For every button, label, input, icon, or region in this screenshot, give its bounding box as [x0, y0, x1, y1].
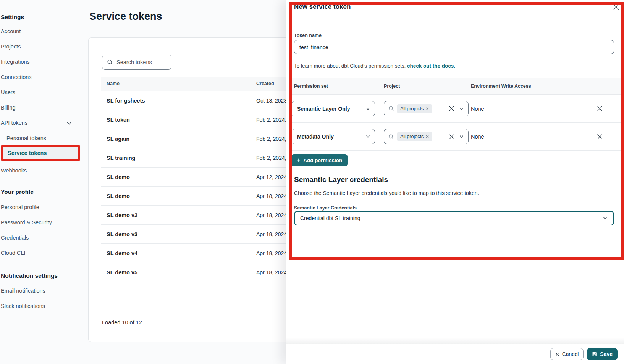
sidebar-heading-your-profile: Your profile [1, 188, 34, 195]
token-name: SL for gsheets [107, 91, 145, 110]
remove-row-icon[interactable] [597, 106, 603, 111]
chip-remove-icon[interactable] [426, 135, 429, 138]
screen: Settings Account Projects Integrations C… [0, 0, 624, 364]
permission-set-select[interactable]: Semantic Layer Only [291, 101, 375, 116]
save-button[interactable]: Save [587, 348, 618, 360]
token-name: SL demo v3 [107, 225, 137, 244]
chip-remove-icon[interactable] [426, 107, 429, 110]
token-name-field[interactable] [294, 40, 614, 54]
permissions-table-header: Permission set Project Environment Write… [289, 78, 621, 95]
chevron-down-icon [366, 135, 370, 138]
cancel-x-icon [555, 352, 559, 356]
chevron-down-icon[interactable] [66, 121, 72, 125]
token-name: SL demo v4 [107, 244, 137, 263]
sidebar-item-personal-profile[interactable]: Personal profile [1, 204, 39, 210]
sidebar-item-webhooks[interactable]: Webhooks [1, 168, 27, 174]
remove-row-icon[interactable] [597, 134, 603, 140]
sidebar-item-service-tokens[interactable]: Service tokens [3, 150, 47, 156]
sidebar-heading-settings: Settings [1, 14, 24, 21]
clear-selection-icon[interactable] [449, 106, 454, 111]
token-name-label: Token name [294, 33, 322, 38]
search-tokens-box[interactable] [102, 55, 171, 70]
column-header-project: Project [384, 84, 400, 89]
credentials-select-label: Semantic Layer Credentials [294, 205, 357, 211]
clear-selection-icon[interactable] [449, 134, 454, 139]
sidebar-heading-notification-settings: Notification settings [1, 272, 58, 279]
search-input[interactable] [116, 59, 166, 65]
close-icon[interactable] [613, 4, 619, 10]
chevron-down-icon [603, 217, 607, 220]
sidebar-item-account[interactable]: Account [1, 28, 21, 34]
token-created: Oct 13, 2023, [256, 91, 288, 110]
permission-set-value: Metadata Only [292, 134, 366, 140]
page-title: Service tokens [89, 11, 162, 23]
sidebar-item-cloud-cli[interactable]: Cloud CLI [1, 250, 25, 256]
search-icon [388, 106, 394, 111]
save-label: Save [600, 351, 613, 357]
sidebar-item-connections[interactable]: Connections [1, 74, 32, 80]
token-name: SL again [107, 129, 129, 148]
sidebar-item-api-tokens[interactable]: API tokens [1, 120, 27, 126]
token-created: Apr 18, 2024, [256, 263, 288, 282]
sidebar-item-credentials[interactable]: Credentials [1, 235, 29, 241]
env-write-access-value: None [471, 106, 484, 112]
token-created: Apr 18, 2024, [256, 206, 288, 225]
docs-helper-text: To learn more about dbt Cloud's permissi… [294, 63, 455, 69]
new-service-token-drawer: New service token Token name To learn mo… [286, 0, 624, 364]
plus-icon: + [297, 157, 300, 163]
token-name: SL training [107, 148, 135, 168]
token-created: Apr 18, 2024, [256, 225, 288, 244]
sidebar-item-billing[interactable]: Billing [1, 105, 16, 111]
chip-label: All projects [400, 106, 424, 111]
sidebar-item-personal-tokens[interactable]: Personal tokens [6, 135, 46, 141]
column-header-name: Name [107, 81, 120, 86]
cancel-label: Cancel [562, 351, 579, 357]
docs-link[interactable]: check out the docs. [407, 63, 455, 69]
token-created: Apr 18, 2024, [256, 187, 288, 206]
add-permission-button[interactable]: + Add permission [291, 154, 348, 166]
save-icon [592, 351, 597, 357]
column-header-created: Created [256, 81, 274, 86]
loaded-status: Loaded 10 of 12 [102, 319, 142, 325]
token-name: SL demo v2 [107, 206, 137, 225]
search-icon [388, 134, 394, 140]
drawer-title: New service token [294, 3, 351, 11]
all-projects-chip: All projects [397, 132, 432, 141]
footer-shadow [286, 338, 624, 344]
env-write-access-value: None [471, 134, 484, 140]
sidebar-item-projects[interactable]: Projects [1, 43, 21, 50]
permission-set-select[interactable]: Metadata Only [291, 129, 375, 144]
docs-text: To learn more about dbt Cloud's permissi… [294, 63, 407, 69]
project-multiselect[interactable]: All projects [384, 129, 469, 144]
chip-label: All projects [400, 134, 424, 139]
sidebar-item-email-notifications[interactable]: Email notifications [1, 288, 45, 294]
project-multiselect[interactable]: All projects [384, 101, 469, 116]
drawer-footer: Cancel Save [286, 344, 624, 364]
add-permission-label: Add permission [303, 158, 342, 163]
sidebar-item-users[interactable]: Users [1, 89, 15, 95]
token-name: SL demo [107, 168, 130, 187]
chevron-down-icon[interactable] [459, 135, 464, 138]
column-header-permission-set: Permission set [294, 84, 328, 89]
semantic-layer-credentials-description: Choose the Semantic Layer credentials yo… [294, 190, 479, 196]
permission-set-value: Semantic Layer Only [292, 106, 366, 112]
sidebar-item-slack-notifications[interactable]: Slack notifications [1, 303, 45, 309]
permission-row: Metadata Only All projects None [289, 123, 621, 151]
search-icon [107, 59, 113, 65]
token-name: SL demo v5 [107, 263, 137, 282]
sidebar-item-integrations[interactable]: Integrations [1, 59, 30, 65]
chevron-down-icon[interactable] [459, 107, 464, 110]
cancel-button[interactable]: Cancel [550, 348, 584, 360]
service-tokens-annotation-box: Service tokens [1, 145, 80, 161]
column-header-env-write: Environment Write Access [471, 84, 531, 89]
header-divider [290, 21, 621, 21]
permission-row: Semantic Layer Only All projects None [289, 95, 621, 123]
credentials-select[interactable]: Credential dbt SL training [294, 211, 614, 225]
sidebar-item-password-security[interactable]: Password & Security [1, 219, 52, 225]
token-created: Apr 12, 2024, [256, 168, 288, 187]
chevron-down-icon [366, 107, 370, 110]
token-name: SL token [107, 110, 130, 129]
credentials-select-value: Credential dbt SL training [295, 215, 603, 221]
settings-sidebar: Settings Account Projects Integrations C… [0, 0, 81, 364]
token-created: Apr 18, 2024, [256, 244, 288, 263]
